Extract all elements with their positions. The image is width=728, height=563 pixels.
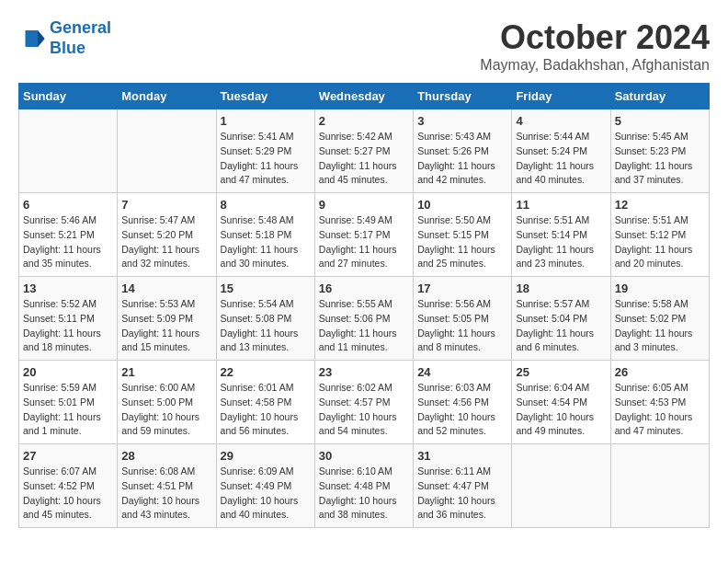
day-info: Sunrise: 6:05 AM Sunset: 4:53 PM Dayligh…: [615, 381, 705, 439]
day-info: Sunrise: 5:59 AM Sunset: 5:01 PM Dayligh…: [23, 381, 113, 439]
calendar-cell: [118, 109, 216, 193]
day-info: Sunrise: 6:03 AM Sunset: 4:56 PM Dayligh…: [417, 381, 507, 439]
calendar-cell: 26Sunrise: 6:05 AM Sunset: 4:53 PM Dayli…: [610, 361, 709, 444]
calendar-cell: 25Sunrise: 6:04 AM Sunset: 4:54 PM Dayli…: [512, 361, 610, 444]
day-number: 11: [516, 198, 606, 212]
logo-icon: [18, 25, 46, 52]
day-info: Sunrise: 5:44 AM Sunset: 5:24 PM Dayligh…: [516, 130, 606, 188]
day-info: Sunrise: 5:47 AM Sunset: 5:20 PM Dayligh…: [121, 213, 211, 271]
day-number: 8: [221, 198, 311, 212]
day-number: 3: [417, 114, 507, 128]
calendar-cell: 11Sunrise: 5:51 AM Sunset: 5:14 PM Dayli…: [512, 193, 610, 277]
day-info: Sunrise: 5:51 AM Sunset: 5:12 PM Dayligh…: [615, 213, 705, 271]
day-info: Sunrise: 5:43 AM Sunset: 5:26 PM Dayligh…: [417, 130, 507, 188]
day-number: 13: [23, 282, 113, 295]
day-info: Sunrise: 6:09 AM Sunset: 4:49 PM Dayligh…: [221, 465, 311, 523]
week-row-1: 1Sunrise: 5:41 AM Sunset: 5:29 PM Daylig…: [19, 109, 710, 193]
day-number: 28: [121, 449, 211, 463]
calendar-cell: 2Sunrise: 5:42 AM Sunset: 5:27 PM Daylig…: [314, 109, 413, 193]
day-info: Sunrise: 5:49 AM Sunset: 5:17 PM Dayligh…: [319, 213, 409, 271]
calendar-cell: 10Sunrise: 5:50 AM Sunset: 5:15 PM Dayli…: [414, 193, 512, 277]
calendar-cell: 12Sunrise: 5:51 AM Sunset: 5:12 PM Dayli…: [610, 193, 709, 277]
calendar-cell: 13Sunrise: 5:52 AM Sunset: 5:11 PM Dayli…: [19, 277, 118, 361]
day-info: Sunrise: 5:45 AM Sunset: 5:23 PM Dayligh…: [615, 130, 705, 188]
calendar-cell: 14Sunrise: 5:53 AM Sunset: 5:09 PM Dayli…: [118, 277, 216, 361]
calendar-cell: 22Sunrise: 6:01 AM Sunset: 4:58 PM Dayli…: [216, 361, 314, 444]
day-info: Sunrise: 6:02 AM Sunset: 4:57 PM Dayligh…: [319, 381, 409, 439]
day-number: 2: [319, 114, 409, 128]
day-number: 29: [221, 449, 311, 463]
day-info: Sunrise: 5:58 AM Sunset: 5:02 PM Dayligh…: [615, 297, 705, 355]
calendar-cell: 1Sunrise: 5:41 AM Sunset: 5:29 PM Daylig…: [216, 109, 314, 193]
day-number: 5: [615, 114, 705, 128]
calendar-cell: 3Sunrise: 5:43 AM Sunset: 5:26 PM Daylig…: [414, 109, 512, 193]
week-row-5: 27Sunrise: 6:07 AM Sunset: 4:52 PM Dayli…: [19, 444, 710, 528]
logo-line1: General: [50, 18, 111, 37]
column-header-tuesday: Tuesday: [216, 84, 314, 109]
day-number: 26: [615, 365, 705, 379]
calendar-cell: 29Sunrise: 6:09 AM Sunset: 4:49 PM Dayli…: [216, 444, 314, 528]
calendar-cell: 17Sunrise: 5:56 AM Sunset: 5:05 PM Dayli…: [414, 277, 512, 361]
calendar-cell: 15Sunrise: 5:54 AM Sunset: 5:08 PM Dayli…: [216, 277, 314, 361]
logo: General Blue: [18, 18, 111, 58]
day-info: Sunrise: 6:11 AM Sunset: 4:47 PM Dayligh…: [417, 465, 507, 523]
day-number: 25: [516, 365, 606, 379]
location-subtitle: Maymay, Badakhshan, Afghanistan: [480, 57, 710, 74]
day-info: Sunrise: 5:50 AM Sunset: 5:15 PM Dayligh…: [417, 213, 507, 271]
svg-marker-1: [38, 30, 45, 47]
day-info: Sunrise: 5:48 AM Sunset: 5:18 PM Dayligh…: [221, 213, 311, 271]
calendar-cell: 6Sunrise: 5:46 AM Sunset: 5:21 PM Daylig…: [19, 193, 118, 277]
week-row-3: 13Sunrise: 5:52 AM Sunset: 5:11 PM Dayli…: [19, 277, 710, 361]
week-row-2: 6Sunrise: 5:46 AM Sunset: 5:21 PM Daylig…: [19, 193, 710, 277]
calendar-cell: 30Sunrise: 6:10 AM Sunset: 4:48 PM Dayli…: [314, 444, 413, 528]
page-header: General Blue October 2024 Maymay, Badakh…: [18, 18, 710, 74]
day-number: 20: [23, 365, 113, 379]
day-info: Sunrise: 5:51 AM Sunset: 5:14 PM Dayligh…: [516, 213, 606, 271]
day-number: 12: [615, 198, 705, 212]
calendar-cell: 28Sunrise: 6:08 AM Sunset: 4:51 PM Dayli…: [118, 444, 216, 528]
logo-text: General Blue: [50, 18, 111, 58]
calendar-cell: 23Sunrise: 6:02 AM Sunset: 4:57 PM Dayli…: [314, 361, 413, 444]
day-number: 15: [221, 282, 311, 295]
calendar-cell: 5Sunrise: 5:45 AM Sunset: 5:23 PM Daylig…: [610, 109, 709, 193]
day-number: 21: [121, 365, 211, 379]
day-number: 16: [319, 282, 409, 295]
column-header-monday: Monday: [118, 84, 216, 109]
column-header-friday: Friday: [512, 84, 610, 109]
calendar-cell: 9Sunrise: 5:49 AM Sunset: 5:17 PM Daylig…: [314, 193, 413, 277]
calendar-cell: [19, 109, 118, 193]
day-number: 24: [417, 365, 507, 379]
calendar-cell: 20Sunrise: 5:59 AM Sunset: 5:01 PM Dayli…: [19, 361, 118, 444]
calendar-cell: 21Sunrise: 6:00 AM Sunset: 5:00 PM Dayli…: [118, 361, 216, 444]
calendar-cell: [512, 444, 610, 528]
header-row: SundayMondayTuesdayWednesdayThursdayFrid…: [19, 84, 710, 109]
day-number: 7: [121, 198, 211, 212]
day-info: Sunrise: 5:53 AM Sunset: 5:09 PM Dayligh…: [121, 297, 211, 355]
column-header-saturday: Saturday: [610, 84, 709, 109]
day-info: Sunrise: 5:52 AM Sunset: 5:11 PM Dayligh…: [23, 297, 113, 355]
day-info: Sunrise: 6:07 AM Sunset: 4:52 PM Dayligh…: [23, 465, 113, 523]
calendar-table: SundayMondayTuesdayWednesdayThursdayFrid…: [18, 83, 710, 528]
calendar-cell: 4Sunrise: 5:44 AM Sunset: 5:24 PM Daylig…: [512, 109, 610, 193]
column-header-sunday: Sunday: [19, 84, 118, 109]
column-header-wednesday: Wednesday: [314, 84, 413, 109]
day-number: 4: [516, 114, 606, 128]
week-row-4: 20Sunrise: 5:59 AM Sunset: 5:01 PM Dayli…: [19, 361, 710, 444]
day-number: 18: [516, 282, 606, 295]
day-number: 10: [417, 198, 507, 212]
calendar-cell: 24Sunrise: 6:03 AM Sunset: 4:56 PM Dayli…: [414, 361, 512, 444]
day-info: Sunrise: 6:08 AM Sunset: 4:51 PM Dayligh…: [121, 465, 211, 523]
day-info: Sunrise: 5:54 AM Sunset: 5:08 PM Dayligh…: [221, 297, 311, 355]
calendar-cell: 18Sunrise: 5:57 AM Sunset: 5:04 PM Dayli…: [512, 277, 610, 361]
day-info: Sunrise: 6:10 AM Sunset: 4:48 PM Dayligh…: [319, 465, 409, 523]
day-number: 23: [319, 365, 409, 379]
day-number: 14: [121, 282, 211, 295]
day-info: Sunrise: 5:56 AM Sunset: 5:05 PM Dayligh…: [417, 297, 507, 355]
day-number: 1: [221, 114, 311, 128]
day-info: Sunrise: 5:42 AM Sunset: 5:27 PM Dayligh…: [319, 130, 409, 188]
day-number: 19: [615, 282, 705, 295]
title-block: October 2024 Maymay, Badakhshan, Afghani…: [480, 18, 710, 74]
calendar-cell: 8Sunrise: 5:48 AM Sunset: 5:18 PM Daylig…: [216, 193, 314, 277]
day-number: 9: [319, 198, 409, 212]
day-info: Sunrise: 6:00 AM Sunset: 5:00 PM Dayligh…: [121, 381, 211, 439]
